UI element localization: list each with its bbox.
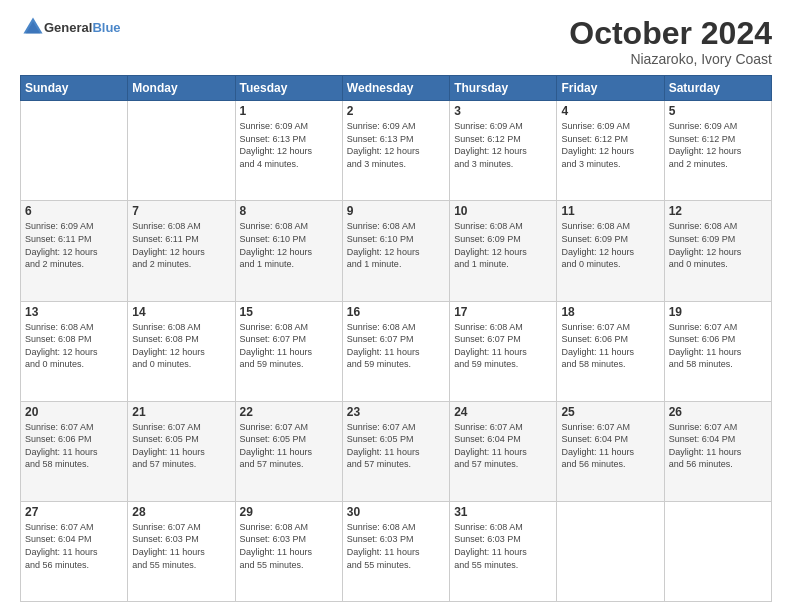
header-sunday: Sunday: [21, 76, 128, 101]
calendar-cell: [21, 101, 128, 201]
day-number: 18: [561, 305, 659, 319]
cell-info: Sunrise: 6:08 AM Sunset: 6:03 PM Dayligh…: [347, 521, 445, 571]
day-number: 28: [132, 505, 230, 519]
cell-info: Sunrise: 6:09 AM Sunset: 6:13 PM Dayligh…: [240, 120, 338, 170]
calendar-cell: [128, 101, 235, 201]
day-number: 21: [132, 405, 230, 419]
day-number: 26: [669, 405, 767, 419]
header-thursday: Thursday: [450, 76, 557, 101]
calendar-cell: [557, 501, 664, 601]
cell-info: Sunrise: 6:09 AM Sunset: 6:12 PM Dayligh…: [669, 120, 767, 170]
calendar-cell: 20Sunrise: 6:07 AM Sunset: 6:06 PM Dayli…: [21, 401, 128, 501]
calendar-cell: [664, 501, 771, 601]
calendar-cell: 25Sunrise: 6:07 AM Sunset: 6:04 PM Dayli…: [557, 401, 664, 501]
cell-info: Sunrise: 6:09 AM Sunset: 6:12 PM Dayligh…: [561, 120, 659, 170]
day-number: 9: [347, 204, 445, 218]
logo-text: GeneralBlue: [44, 20, 121, 35]
cell-info: Sunrise: 6:08 AM Sunset: 6:08 PM Dayligh…: [132, 321, 230, 371]
cell-info: Sunrise: 6:08 AM Sunset: 6:11 PM Dayligh…: [132, 220, 230, 270]
calendar-cell: 1Sunrise: 6:09 AM Sunset: 6:13 PM Daylig…: [235, 101, 342, 201]
cell-info: Sunrise: 6:08 AM Sunset: 6:10 PM Dayligh…: [347, 220, 445, 270]
day-number: 11: [561, 204, 659, 218]
day-number: 13: [25, 305, 123, 319]
header-tuesday: Tuesday: [235, 76, 342, 101]
day-number: 15: [240, 305, 338, 319]
day-number: 12: [669, 204, 767, 218]
day-number: 19: [669, 305, 767, 319]
calendar-cell: 22Sunrise: 6:07 AM Sunset: 6:05 PM Dayli…: [235, 401, 342, 501]
cell-info: Sunrise: 6:08 AM Sunset: 6:10 PM Dayligh…: [240, 220, 338, 270]
calendar-cell: 29Sunrise: 6:08 AM Sunset: 6:03 PM Dayli…: [235, 501, 342, 601]
calendar-cell: 27Sunrise: 6:07 AM Sunset: 6:04 PM Dayli…: [21, 501, 128, 601]
cell-info: Sunrise: 6:07 AM Sunset: 6:05 PM Dayligh…: [347, 421, 445, 471]
cell-info: Sunrise: 6:08 AM Sunset: 6:09 PM Dayligh…: [669, 220, 767, 270]
calendar-cell: 26Sunrise: 6:07 AM Sunset: 6:04 PM Dayli…: [664, 401, 771, 501]
calendar-cell: 19Sunrise: 6:07 AM Sunset: 6:06 PM Dayli…: [664, 301, 771, 401]
calendar-cell: 18Sunrise: 6:07 AM Sunset: 6:06 PM Dayli…: [557, 301, 664, 401]
calendar-week-1: 1Sunrise: 6:09 AM Sunset: 6:13 PM Daylig…: [21, 101, 772, 201]
day-number: 4: [561, 104, 659, 118]
cell-info: Sunrise: 6:07 AM Sunset: 6:03 PM Dayligh…: [132, 521, 230, 571]
cell-info: Sunrise: 6:07 AM Sunset: 6:05 PM Dayligh…: [132, 421, 230, 471]
cell-info: Sunrise: 6:07 AM Sunset: 6:04 PM Dayligh…: [25, 521, 123, 571]
calendar-cell: 2Sunrise: 6:09 AM Sunset: 6:13 PM Daylig…: [342, 101, 449, 201]
calendar-cell: 17Sunrise: 6:08 AM Sunset: 6:07 PM Dayli…: [450, 301, 557, 401]
day-number: 2: [347, 104, 445, 118]
header-monday: Monday: [128, 76, 235, 101]
weekday-header-row: Sunday Monday Tuesday Wednesday Thursday…: [21, 76, 772, 101]
calendar-cell: 7Sunrise: 6:08 AM Sunset: 6:11 PM Daylig…: [128, 201, 235, 301]
subtitle: Niazaroko, Ivory Coast: [569, 51, 772, 67]
calendar-cell: 11Sunrise: 6:08 AM Sunset: 6:09 PM Dayli…: [557, 201, 664, 301]
calendar-week-3: 13Sunrise: 6:08 AM Sunset: 6:08 PM Dayli…: [21, 301, 772, 401]
cell-info: Sunrise: 6:07 AM Sunset: 6:05 PM Dayligh…: [240, 421, 338, 471]
day-number: 10: [454, 204, 552, 218]
calendar-cell: 14Sunrise: 6:08 AM Sunset: 6:08 PM Dayli…: [128, 301, 235, 401]
calendar-week-4: 20Sunrise: 6:07 AM Sunset: 6:06 PM Dayli…: [21, 401, 772, 501]
day-number: 31: [454, 505, 552, 519]
calendar-cell: 24Sunrise: 6:07 AM Sunset: 6:04 PM Dayli…: [450, 401, 557, 501]
cell-info: Sunrise: 6:07 AM Sunset: 6:06 PM Dayligh…: [25, 421, 123, 471]
cell-info: Sunrise: 6:09 AM Sunset: 6:12 PM Dayligh…: [454, 120, 552, 170]
calendar-cell: 13Sunrise: 6:08 AM Sunset: 6:08 PM Dayli…: [21, 301, 128, 401]
header-friday: Friday: [557, 76, 664, 101]
day-number: 24: [454, 405, 552, 419]
day-number: 6: [25, 204, 123, 218]
cell-info: Sunrise: 6:08 AM Sunset: 6:07 PM Dayligh…: [347, 321, 445, 371]
cell-info: Sunrise: 6:07 AM Sunset: 6:04 PM Dayligh…: [561, 421, 659, 471]
cell-info: Sunrise: 6:07 AM Sunset: 6:06 PM Dayligh…: [669, 321, 767, 371]
day-number: 8: [240, 204, 338, 218]
calendar-cell: 15Sunrise: 6:08 AM Sunset: 6:07 PM Dayli…: [235, 301, 342, 401]
calendar-cell: 31Sunrise: 6:08 AM Sunset: 6:03 PM Dayli…: [450, 501, 557, 601]
day-number: 30: [347, 505, 445, 519]
calendar-cell: 4Sunrise: 6:09 AM Sunset: 6:12 PM Daylig…: [557, 101, 664, 201]
header: GeneralBlue October 2024 Niazaroko, Ivor…: [20, 16, 772, 67]
day-number: 17: [454, 305, 552, 319]
calendar-cell: 5Sunrise: 6:09 AM Sunset: 6:12 PM Daylig…: [664, 101, 771, 201]
day-number: 14: [132, 305, 230, 319]
header-saturday: Saturday: [664, 76, 771, 101]
day-number: 22: [240, 405, 338, 419]
calendar-cell: 6Sunrise: 6:09 AM Sunset: 6:11 PM Daylig…: [21, 201, 128, 301]
calendar-cell: 9Sunrise: 6:08 AM Sunset: 6:10 PM Daylig…: [342, 201, 449, 301]
calendar-cell: 12Sunrise: 6:08 AM Sunset: 6:09 PM Dayli…: [664, 201, 771, 301]
cell-info: Sunrise: 6:08 AM Sunset: 6:03 PM Dayligh…: [454, 521, 552, 571]
title-block: October 2024 Niazaroko, Ivory Coast: [569, 16, 772, 67]
day-number: 23: [347, 405, 445, 419]
day-number: 7: [132, 204, 230, 218]
calendar-cell: 21Sunrise: 6:07 AM Sunset: 6:05 PM Dayli…: [128, 401, 235, 501]
cell-info: Sunrise: 6:07 AM Sunset: 6:04 PM Dayligh…: [454, 421, 552, 471]
calendar-cell: 8Sunrise: 6:08 AM Sunset: 6:10 PM Daylig…: [235, 201, 342, 301]
cell-info: Sunrise: 6:09 AM Sunset: 6:11 PM Dayligh…: [25, 220, 123, 270]
calendar-cell: 30Sunrise: 6:08 AM Sunset: 6:03 PM Dayli…: [342, 501, 449, 601]
calendar-table: Sunday Monday Tuesday Wednesday Thursday…: [20, 75, 772, 602]
cell-info: Sunrise: 6:09 AM Sunset: 6:13 PM Dayligh…: [347, 120, 445, 170]
calendar-cell: 3Sunrise: 6:09 AM Sunset: 6:12 PM Daylig…: [450, 101, 557, 201]
calendar-cell: 10Sunrise: 6:08 AM Sunset: 6:09 PM Dayli…: [450, 201, 557, 301]
day-number: 3: [454, 104, 552, 118]
day-number: 27: [25, 505, 123, 519]
header-wednesday: Wednesday: [342, 76, 449, 101]
month-title: October 2024: [569, 16, 772, 51]
page: GeneralBlue October 2024 Niazaroko, Ivor…: [0, 0, 792, 612]
calendar-week-5: 27Sunrise: 6:07 AM Sunset: 6:04 PM Dayli…: [21, 501, 772, 601]
cell-info: Sunrise: 6:08 AM Sunset: 6:08 PM Dayligh…: [25, 321, 123, 371]
